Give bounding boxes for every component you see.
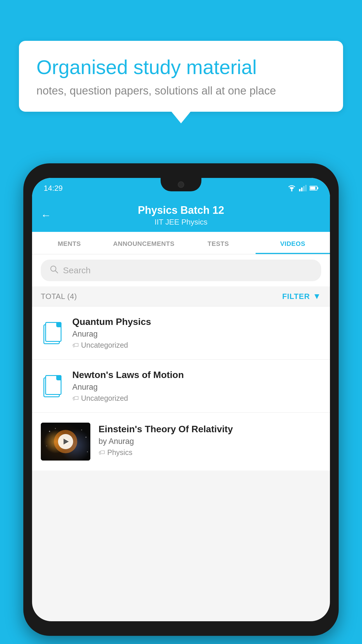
speech-bubble-title: Organised study material [36,55,326,79]
item-tag-2: 🏷 Physics [99,448,321,457]
status-time: 14:29 [44,184,63,193]
item-author-1: Anurag [72,383,321,392]
search-bar-container: Search [32,254,330,286]
svg-point-15 [55,428,56,429]
svg-rect-8 [310,187,315,190]
svg-point-1 [291,190,293,192]
svg-rect-7 [317,187,318,189]
item-title-0: Quantum Physics [72,316,321,327]
file-icon-0 [43,322,61,344]
svg-point-16 [81,430,82,430]
battery-icon [310,186,318,191]
svg-marker-0 [290,188,294,190]
svg-rect-3 [301,188,303,191]
header-title: Physics Batch 12 [138,204,224,216]
play-button-2[interactable] [58,434,73,449]
item-tag-label-2: Physics [107,448,132,457]
svg-rect-4 [303,186,305,191]
item-icon-1 [41,373,64,399]
tag-icon-1: 🏷 [72,395,79,402]
phone-shell: 14:29 [23,163,339,636]
signal-icon [299,185,307,191]
tab-videos[interactable]: VIDEOS [256,232,330,254]
file-icon-front-0 [45,322,61,342]
content-list: Quantum Physics Anurag 🏷 Uncategorized [32,307,330,470]
app-header: ← Physics Batch 12 IIT JEE Physics [32,198,330,232]
item-tag-0: 🏷 Uncategorized [72,341,321,349]
status-bar: 14:29 [32,178,330,198]
filter-funnel-icon: ▼ [313,292,321,301]
video-thumbnail-2 [41,423,90,461]
camera-dot [178,181,184,188]
search-icon [50,265,58,276]
play-triangle-icon [64,439,69,444]
notch [161,178,201,191]
tab-announcements[interactable]: ANNOUNCEMENTS [107,232,181,254]
item-tag-label-1: Uncategorized [81,394,128,402]
search-bar[interactable]: Search [41,260,321,281]
svg-point-17 [85,437,87,438]
svg-point-19 [87,452,88,452]
svg-point-14 [49,431,50,432]
back-button[interactable]: ← [41,209,51,221]
tab-tests[interactable]: TESTS [181,232,256,254]
svg-point-18 [46,446,47,446]
header-subtitle: IIT JEE Physics [154,218,208,227]
tab-ments[interactable]: MENTS [32,232,107,254]
list-item-thumb[interactable]: Einstein's Theory Of Relativity by Anura… [32,413,330,470]
item-title-2: Einstein's Theory Of Relativity [99,424,321,435]
filter-label: FILTER [282,292,310,301]
file-icon-front-1 [45,375,61,395]
item-info-2: Einstein's Theory Of Relativity by Anura… [99,423,321,457]
filter-button[interactable]: FILTER ▼ [282,292,321,301]
wifi-icon [287,185,296,191]
tabs-bar: MENTS ANNOUNCEMENTS TESTS VIDEOS [32,232,330,254]
filter-bar: TOTAL (4) FILTER ▼ [32,286,330,307]
svg-rect-5 [305,185,307,191]
tag-icon-2: 🏷 [99,449,105,456]
phone-screen: 14:29 [32,178,330,621]
speech-bubble-subtitle: notes, question papers, solutions all at… [36,85,326,97]
list-item[interactable]: Newton's Laws of Motion Anurag 🏷 Uncateg… [32,360,330,413]
list-item[interactable]: Quantum Physics Anurag 🏷 Uncategorized [32,307,330,360]
item-title-1: Newton's Laws of Motion [72,370,321,380]
item-author-2: by Anurag [99,437,321,446]
file-icon-1 [43,375,61,397]
tag-icon-0: 🏷 [72,342,79,349]
speech-bubble-card: Organised study material notes, question… [19,41,343,112]
search-placeholder[interactable]: Search [63,265,91,275]
item-author-0: Anurag [72,330,321,339]
status-icons [287,185,318,191]
item-tag-label-0: Uncategorized [81,341,128,349]
total-count: TOTAL (4) [41,292,77,301]
svg-rect-2 [299,189,301,191]
item-tag-1: 🏷 Uncategorized [72,394,321,402]
item-icon-0 [41,320,64,346]
svg-line-10 [55,271,58,273]
item-info-0: Quantum Physics Anurag 🏷 Uncategorized [72,316,321,349]
item-info-1: Newton's Laws of Motion Anurag 🏷 Uncateg… [72,370,321,402]
